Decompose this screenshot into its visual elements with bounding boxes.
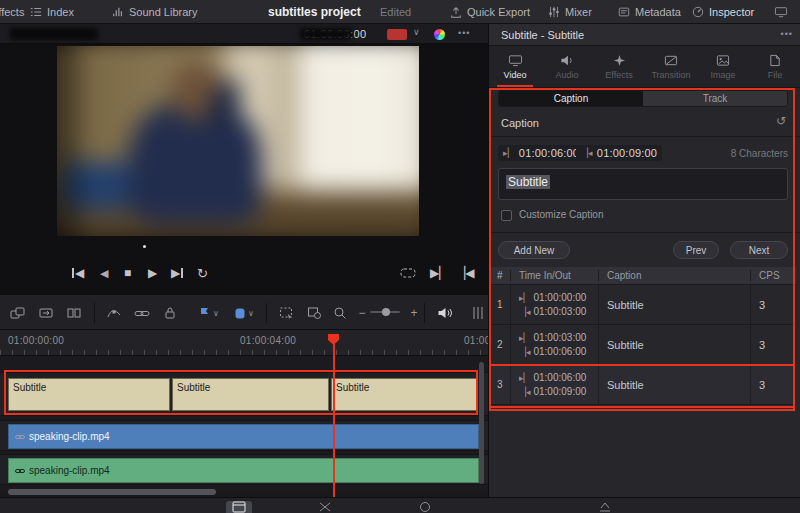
zoom-box-icon[interactable]: [304, 304, 324, 322]
row-time: ▸▏01:00:00:00 ▕◂01:00:03:00: [511, 285, 599, 324]
zoom-slider[interactable]: [370, 311, 400, 313]
index-panel-button[interactable]: Index: [30, 0, 74, 24]
add-new-button[interactable]: Add New: [498, 241, 570, 259]
zoom-tool-icon[interactable]: [330, 304, 350, 322]
marker-color-caret-icon[interactable]: ∨: [246, 304, 256, 322]
inspector-options-menu[interactable]: •••: [781, 29, 793, 39]
out-point-icon: ▕◂: [519, 305, 530, 319]
out-point-icon: ▕◂: [519, 345, 530, 359]
vertical-scrollbar[interactable]: [479, 362, 484, 484]
retime-curve-icon[interactable]: [104, 304, 124, 322]
linked-clip-icon: [15, 433, 25, 441]
segment-caption[interactable]: Caption: [499, 91, 643, 106]
play-button[interactable]: ▶: [148, 264, 157, 282]
tab-effects[interactable]: Effects: [593, 46, 645, 87]
subtitle-clip-1[interactable]: Subtitle: [8, 378, 170, 411]
page-icon[interactable]: [412, 501, 438, 513]
reset-icon[interactable]: ↺: [776, 114, 786, 128]
effects-label: Effects: [0, 6, 24, 18]
file-tab-icon: [769, 54, 781, 67]
sound-library-button[interactable]: Sound Library: [112, 0, 198, 24]
external-monitor-button[interactable]: [774, 0, 788, 24]
caption-row-2[interactable]: 2 ▸▏01:00:03:00 ▕◂01:00:06:00 Subtitle 3: [489, 325, 796, 365]
position-lock-icon[interactable]: [160, 304, 180, 322]
step-back-button[interactable]: ◀: [100, 264, 108, 282]
header-num: #: [489, 270, 511, 281]
mixer-button[interactable]: Mixer: [548, 0, 592, 24]
character-count: 8 Characters: [731, 148, 788, 159]
timeline-ruler[interactable]: 01:00:00:00 01:00:04:00 01:00:08: [0, 330, 488, 356]
loop-button[interactable]: ↻: [197, 264, 208, 282]
inspector-panel: Subtitle - Subtitle ••• Video Audio E: [488, 24, 800, 497]
flag-color-caret-icon[interactable]: ∨: [211, 304, 221, 322]
subtitle-clip-label: Subtitle: [336, 382, 369, 393]
zoom-out-icon[interactable]: −: [352, 304, 372, 322]
match-frame-prev-button[interactable]: ▕◀: [456, 264, 474, 282]
video-clip[interactable]: speaking-clip.mp4: [8, 424, 479, 449]
effects-panel-button[interactable]: Effects: [0, 0, 24, 24]
inspector-tabs: Video Audio Effects Transition: [489, 46, 800, 88]
tab-audio[interactable]: Audio: [541, 46, 593, 87]
ruler-tick-label: 01:00:08: [464, 335, 488, 346]
stop-button[interactable]: ■: [124, 264, 131, 282]
inspector-title: Subtitle - Subtitle: [501, 29, 584, 41]
tab-video[interactable]: Video: [489, 46, 541, 87]
loop-region-icon[interactable]: [400, 264, 416, 282]
horizontal-scrollbar[interactable]: [8, 489, 216, 495]
mixer-icon: [548, 6, 560, 18]
chevron-down-icon[interactable]: ∨: [413, 27, 420, 37]
tab-file[interactable]: File: [749, 46, 800, 87]
monitor-icon: [774, 6, 788, 18]
page-icon[interactable]: [592, 501, 618, 513]
go-to-end-button[interactable]: ▶: [171, 264, 183, 282]
page-icon[interactable]: [312, 501, 338, 513]
color-viewer-icon[interactable]: [434, 29, 445, 40]
match-frame-next-button[interactable]: ▶▏: [430, 264, 448, 282]
tab-image[interactable]: Image: [697, 46, 749, 87]
ruler-tick-label: 01:00:00:00: [8, 335, 64, 346]
page-icon-active[interactable]: [226, 501, 252, 513]
trim-edit-mode-icon[interactable]: [36, 304, 56, 322]
caption-time-in-field[interactable]: ▸▏ 01:00:06:00: [498, 145, 584, 161]
toolbar-divider: [94, 303, 95, 323]
audio-clip[interactable]: speaking-clip.mp4: [8, 458, 479, 483]
metadata-button[interactable]: Metadata: [618, 0, 681, 24]
segment-track[interactable]: Track: [643, 91, 787, 106]
project-edited-status: Edited: [380, 0, 411, 24]
tab-label: Transition: [651, 70, 690, 80]
audio-monitor-icon[interactable]: [434, 304, 454, 322]
image-tab-icon: [716, 54, 730, 67]
box-select-icon[interactable]: [276, 304, 296, 322]
zoom-slider-knob[interactable]: [382, 308, 390, 316]
index-icon: [30, 6, 42, 18]
timeline-name-redacted[interactable]: [10, 28, 98, 40]
tab-transition[interactable]: Transition: [645, 46, 697, 87]
page-navigation-bar: [0, 497, 800, 513]
go-to-start-button[interactable]: ◀: [72, 264, 84, 282]
caption-time-out-field[interactable]: ▕◂ 01:00:09:00: [576, 145, 662, 161]
customize-caption-checkbox[interactable]: [501, 210, 512, 221]
row-cps: 3: [751, 325, 796, 364]
row-number: 1: [489, 285, 511, 324]
blurred-video-frame: [57, 46, 419, 236]
tab-label: Video: [504, 70, 527, 80]
link-clips-icon[interactable]: [132, 304, 152, 322]
subtitle-clip-2[interactable]: Subtitle: [172, 378, 329, 411]
dynamic-trim-mode-icon[interactable]: [64, 304, 84, 322]
caption-row-3-selected[interactable]: 3 ▸▏01:00:06:00 ▕◂01:00:09:00 Subtitle 3: [489, 365, 796, 405]
normal-edit-mode-icon[interactable]: [8, 304, 28, 322]
effects-tab-icon: [613, 54, 626, 67]
tab-label: Audio: [555, 70, 578, 80]
caption-text-input[interactable]: Subtitle: [498, 168, 788, 200]
viewer-options-menu[interactable]: •••: [458, 28, 470, 38]
zoom-in-icon[interactable]: +: [404, 304, 424, 322]
next-button[interactable]: Next: [730, 241, 788, 259]
inspector-button[interactable]: Inspector: [692, 0, 754, 24]
clipped-toolbar-icon[interactable]: [468, 304, 488, 322]
caption-row-1[interactable]: 1 ▸▏01:00:00:00 ▕◂01:00:03:00 Subtitle 3: [489, 285, 796, 325]
in-point-icon: ▸▏: [519, 291, 530, 305]
quick-export-button[interactable]: Quick Export: [450, 0, 530, 24]
subtitle-clip-3[interactable]: Subtitle: [331, 378, 477, 411]
prev-button[interactable]: Prev: [673, 241, 719, 259]
ruler-tick-marks: [0, 350, 488, 355]
